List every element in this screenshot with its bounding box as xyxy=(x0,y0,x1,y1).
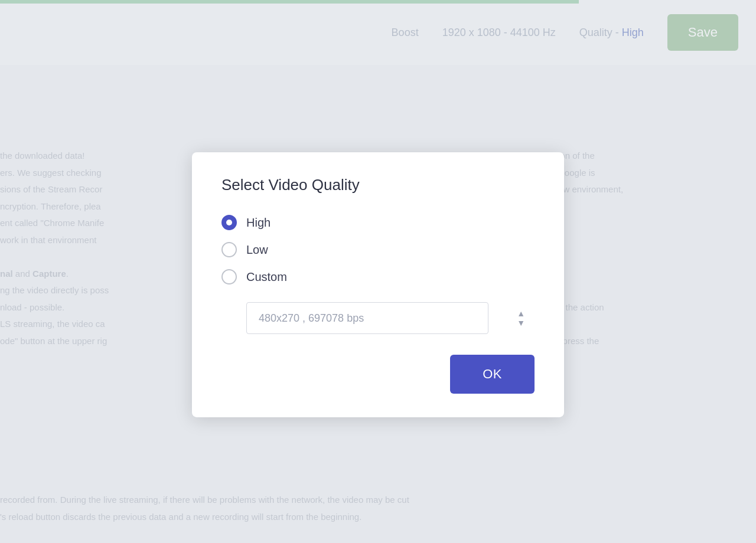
quality-option-custom[interactable]: Custom xyxy=(221,269,535,284)
radio-low-circle xyxy=(221,242,237,257)
custom-quality-dropdown-wrapper: 480x270 , 697078 bps640x360 , 1200000 bp… xyxy=(246,302,535,334)
ok-button[interactable]: OK xyxy=(450,355,535,394)
dropdown-arrow-icon: ▲▼ xyxy=(517,309,525,328)
ok-button-wrapper: OK xyxy=(221,355,535,394)
quality-radio-group: High Low Custom xyxy=(221,215,535,284)
radio-custom-circle xyxy=(221,269,237,284)
video-quality-modal: Select Video Quality High Low Custom 480… xyxy=(192,152,564,417)
modal-title: Select Video Quality xyxy=(221,176,535,194)
quality-custom-label: Custom xyxy=(246,270,287,283)
quality-option-low[interactable]: Low xyxy=(221,242,535,257)
radio-high-circle xyxy=(221,215,237,230)
custom-quality-select[interactable]: 480x270 , 697078 bps640x360 , 1200000 bp… xyxy=(246,302,488,334)
quality-option-high[interactable]: High xyxy=(221,215,535,230)
quality-low-label: Low xyxy=(246,243,268,256)
quality-high-label: High xyxy=(246,215,271,229)
